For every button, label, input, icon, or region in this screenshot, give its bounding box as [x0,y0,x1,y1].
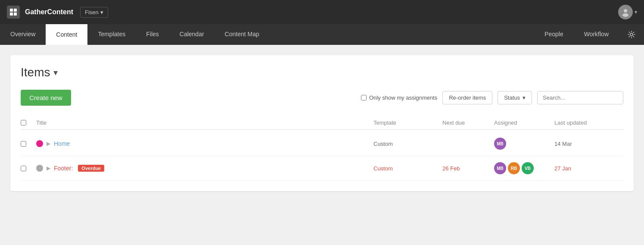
row-1-expand-icon[interactable]: ▶ [47,141,50,147]
row-2-expand-icon[interactable]: ▶ [47,165,50,171]
assignments-checkbox-label[interactable]: Only show my assignments [361,94,437,101]
row-2-assigned: MB RB VB [494,162,554,174]
avatar-vb-2: VB [522,162,534,174]
col-header-title: Title [36,119,373,126]
row-2-template: Custom [373,165,442,172]
nav-right: People Workflow [534,24,644,45]
row-1-assigned: MB [494,138,554,150]
top-bar-right: ▾ [618,5,637,19]
top-bar: GatherContent Fisen ▾ ▾ [0,0,644,24]
nav-item-files[interactable]: Files [136,24,169,45]
status-dot-1 [36,140,43,147]
toolbar: Create new Only show my assignments Re-o… [21,90,623,106]
avatar-mb-2: MB [494,162,506,174]
reorder-button[interactable]: Re-order items [442,91,492,104]
table-row: ▶ Home Custom MB 14 Mar [21,132,623,156]
workspace-button[interactable]: Fisen ▾ [80,7,108,18]
row-2-title-area: ▶ Footer: Overdue [36,165,373,172]
svg-rect-2 [10,13,13,16]
table-row: ▶ Footer: Overdue Custom 26 Feb MB RB VB… [21,156,623,181]
row-1-title-area: ▶ Home [36,140,373,147]
svg-rect-0 [10,9,13,12]
create-new-button[interactable]: Create new [21,90,71,106]
row-1-template: Custom [373,141,442,147]
col-header-next-due: Next due [442,119,494,126]
svg-point-6 [630,33,633,36]
row-2-title[interactable]: Footer: [54,165,73,172]
col-header-assigned: Assigned [494,119,554,126]
assignments-checkbox[interactable] [361,95,367,101]
main-nav: Overview Content Templates Files Calenda… [0,24,644,45]
row-2-checkbox[interactable] [21,166,26,171]
overdue-badge: Overdue [78,165,104,172]
status-chevron-icon: ▾ [523,94,526,101]
items-header: Items ▾ [21,66,623,79]
workspace-chevron-icon: ▾ [100,9,103,16]
nav-item-content-map[interactable]: Content Map [215,24,270,45]
workspace-label: Fisen [85,9,99,16]
svg-rect-3 [14,13,17,16]
row-checkbox-2 [21,166,36,171]
row-1-last-updated: 14 Mar [554,141,623,147]
avatar-chevron-icon[interactable]: ▾ [635,9,637,15]
status-dot-2 [36,165,43,172]
avatar-mb-1: MB [494,138,506,150]
table-header: Title Template Next due Assigned Last up… [21,116,623,130]
svg-point-4 [624,9,627,13]
settings-button[interactable] [619,24,644,45]
svg-point-5 [622,13,628,17]
search-input[interactable] [537,91,623,104]
toolbar-right: Only show my assignments Re-order items … [361,91,623,104]
svg-rect-1 [14,9,17,12]
nav-item-people[interactable]: People [534,24,574,45]
app-name: GatherContent [25,8,73,16]
avatar-rb-2: RB [508,162,520,174]
main-card: Items ▾ Create new Only show my assignme… [10,55,634,191]
avatar[interactable] [618,5,633,19]
select-all-checkbox[interactable] [21,120,26,126]
row-1-checkbox[interactable] [21,141,26,147]
nav-item-workflow[interactable]: Workflow [574,24,619,45]
nav-item-content[interactable]: Content [46,24,87,45]
logo-icon [7,6,20,19]
page-title: Items ▾ [21,66,58,79]
row-checkbox-1 [21,141,36,147]
row-1-title[interactable]: Home [54,140,70,147]
col-header-template: Template [373,119,442,126]
content-area: Items ▾ Create new Only show my assignme… [0,45,644,245]
row-2-next-due: 26 Feb [442,165,494,172]
row-2-last-updated: 27 Jan [554,165,623,172]
items-dropdown-icon[interactable]: ▾ [53,67,58,78]
status-button[interactable]: Status ▾ [498,91,532,104]
nav-item-calendar[interactable]: Calendar [169,24,215,45]
col-header-last-updated: Last updated [554,119,623,126]
nav-item-templates[interactable]: Templates [87,24,136,45]
nav-item-overview[interactable]: Overview [0,24,46,45]
logo-area: GatherContent [7,6,73,19]
